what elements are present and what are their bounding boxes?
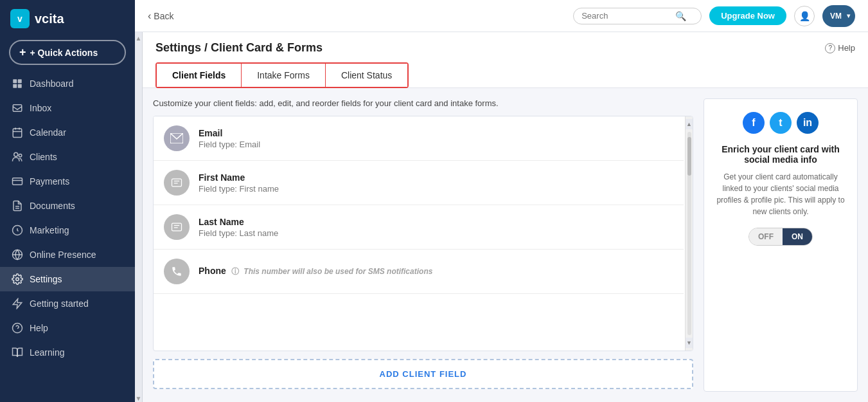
social-media-panel: f t in Enrich your client card with soci…	[704, 98, 858, 392]
sidebar-item-payments[interactable]: Payments	[0, 169, 135, 194]
tabs-container: Client Fields Intake Forms Client Status	[155, 62, 409, 88]
page-title: Settings / Client Card & Forms	[155, 41, 323, 55]
phone-field-avatar	[164, 259, 190, 284]
sidebar-item-calendar[interactable]: Calendar	[0, 120, 135, 145]
sidebar-item-settings[interactable]: Settings	[0, 267, 135, 291]
settings-icon	[12, 273, 23, 285]
email-field-name: Email	[199, 128, 673, 138]
search-input[interactable]	[581, 11, 671, 21]
sidebar: v vcita + + Quick Actions Dashboard Inbo…	[0, 0, 135, 402]
search-icon: 🔍	[675, 11, 686, 21]
back-button[interactable]: ‹ Back	[148, 10, 173, 22]
clients-icon	[12, 151, 23, 163]
page-body: Customize your client fields: add, edit,…	[143, 88, 868, 402]
svg-rect-26	[172, 223, 182, 231]
account-icon: 👤	[799, 11, 810, 21]
help-circle-icon: ?	[825, 43, 835, 53]
field-item-last-name[interactable]: Last Name Field type: Last name	[154, 205, 684, 250]
sidebar-label-calendar: Calendar	[30, 127, 66, 138]
help-icon	[12, 322, 23, 334]
tab-client-fields[interactable]: Client Fields	[157, 64, 242, 87]
fields-scrollbar: ▲ ▼	[685, 116, 693, 351]
sidebar-item-help[interactable]: Help	[0, 316, 135, 340]
tab-intake-forms[interactable]: Intake Forms	[242, 64, 326, 87]
online-presence-icon	[12, 249, 23, 260]
fields-description: Customize your client fields: add, edit,…	[153, 98, 693, 108]
plus-icon: +	[19, 46, 26, 59]
sidebar-label-inbox: Inbox	[30, 103, 51, 113]
toggle-off[interactable]: OFF	[749, 228, 783, 245]
content-wrap: ▲ ▼ Settings / Client Card & Forms ? Hel…	[135, 32, 868, 402]
sidebar-label-documents: Documents	[30, 201, 75, 211]
svg-point-9	[14, 152, 18, 156]
sidebar-item-inbox[interactable]: Inbox	[0, 96, 135, 120]
scroll-up-icon[interactable]: ▲	[686, 119, 693, 129]
sidebar-item-dashboard[interactable]: Dashboard	[0, 71, 135, 96]
svg-rect-11	[13, 178, 22, 185]
linkedin-icon: in	[797, 112, 819, 134]
help-label: Help	[838, 43, 855, 53]
scroll-up-arrow[interactable]: ▲	[136, 35, 142, 42]
sidebar-item-documents[interactable]: Documents	[0, 194, 135, 218]
sidebar-item-online-presence[interactable]: Online Presence	[0, 242, 135, 267]
email-field-avatar	[164, 125, 190, 151]
content-main: Settings / Client Card & Forms ? Help Cl…	[143, 32, 868, 402]
chevron-down-icon: ▾	[847, 12, 850, 19]
scroll-down-arrow[interactable]: ▼	[136, 395, 142, 402]
phone-field-info: Phone ⓘ This number will also be used fo…	[199, 266, 673, 277]
first-name-field-type: Field type: First name	[199, 184, 673, 194]
sidebar-label-dashboard: Dashboard	[30, 78, 74, 89]
svg-marker-19	[13, 299, 22, 309]
svg-rect-23	[172, 179, 182, 187]
svg-rect-0	[13, 79, 17, 83]
last-name-field-name: Last Name	[199, 217, 673, 227]
avatar-button[interactable]: VM ▾	[822, 5, 855, 27]
add-client-field-button[interactable]: ADD CLIENT FIELD	[153, 359, 693, 389]
quick-actions-label: + Quick Actions	[30, 48, 98, 58]
sidebar-label-marketing: Marketing	[30, 225, 69, 235]
account-icon-button[interactable]: 👤	[794, 6, 815, 26]
sidebar-label-online-presence: Online Presence	[30, 250, 96, 260]
sidebar-item-getting-started[interactable]: Getting started	[0, 291, 135, 316]
getting-started-icon	[12, 298, 23, 309]
toggle-on[interactable]: ON	[783, 228, 812, 245]
logo-text: vcita	[35, 12, 64, 26]
svg-rect-3	[18, 84, 22, 88]
sidebar-item-marketing[interactable]: Marketing	[0, 218, 135, 242]
sidebar-item-learning[interactable]: Learning	[0, 340, 135, 365]
search-box[interactable]: 🔍	[573, 8, 702, 24]
first-name-field-name: First Name	[199, 172, 673, 183]
fields-list: Email Field type: Email First Na	[154, 116, 693, 351]
sidebar-label-learning: Learning	[30, 347, 65, 358]
scroll-down-icon[interactable]: ▼	[686, 338, 693, 348]
tab-client-status[interactable]: Client Status	[326, 64, 407, 87]
sidebar-label-clients: Clients	[30, 152, 57, 162]
quick-actions-button[interactable]: + + Quick Actions	[9, 40, 126, 65]
field-item-phone[interactable]: Phone ⓘ This number will also be used fo…	[154, 250, 684, 294]
dashboard-icon	[12, 78, 23, 89]
info-icon: ⓘ	[231, 267, 239, 276]
page-title-row: Settings / Client Card & Forms ? Help	[155, 41, 855, 55]
help-button[interactable]: ? Help	[825, 43, 855, 53]
field-item-email[interactable]: Email Field type: Email	[154, 116, 684, 161]
marketing-icon	[12, 224, 23, 236]
sidebar-label-help: Help	[30, 323, 48, 333]
last-name-field-info: Last Name Field type: Last name	[199, 217, 673, 238]
svg-point-10	[19, 154, 22, 158]
sidebar-label-getting-started: Getting started	[30, 298, 89, 309]
svg-rect-1	[18, 79, 22, 83]
back-arrow-icon: ‹	[148, 10, 151, 22]
learning-icon	[12, 347, 23, 358]
sidebar-logo: v vcita	[0, 0, 135, 37]
svg-point-18	[16, 278, 19, 281]
upgrade-now-button[interactable]: Upgrade Now	[709, 6, 786, 25]
toggle-row[interactable]: OFF ON	[748, 228, 813, 246]
twitter-icon: t	[770, 112, 792, 134]
avatar: VM	[828, 8, 844, 24]
first-name-field-avatar	[164, 170, 190, 196]
back-label: Back	[154, 11, 173, 21]
field-item-first-name[interactable]: First Name Field type: First name	[154, 161, 684, 205]
email-field-type: Field type: Email	[199, 140, 673, 149]
scrollbar-thumb[interactable]	[687, 137, 691, 176]
sidebar-item-clients[interactable]: Clients	[0, 145, 135, 169]
